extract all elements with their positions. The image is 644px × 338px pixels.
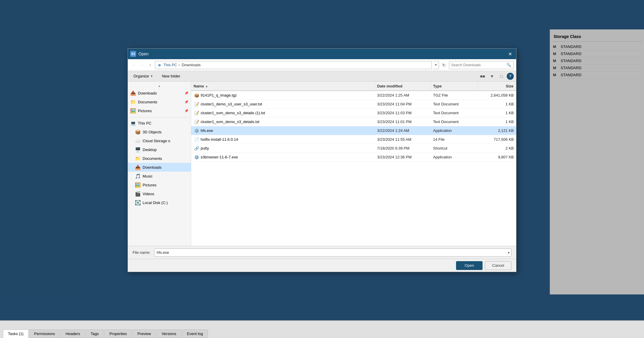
tab-headers[interactable]: Headers — [61, 329, 85, 338]
pin-icon: 📌 — [184, 91, 189, 95]
sidebar-item-pictures2[interactable]: 🖼️ Pictures — [128, 180, 191, 189]
sidebar-icon-music: 🎵 — [135, 173, 141, 179]
view-details-button[interactable]: ■■ — [478, 72, 487, 80]
sidebar-item-downloads-pinned[interactable]: 📥 Downloads 📌 — [128, 89, 191, 97]
tab-versions[interactable]: Versions — [157, 329, 181, 338]
back-button[interactable]: ← — [130, 62, 137, 69]
address-bar: ← → ↑ ► This PC > Downloads ▼ ↻ 🔍 — [128, 59, 516, 71]
sidebar-icon-pictures-pinned: 🖼️ — [130, 108, 136, 114]
sidebar-icon-downloads-pinned: 📥 — [130, 90, 136, 96]
file-name: hotfix-install-11.6.0.14 — [201, 137, 238, 142]
file-type-icon: 📝 — [194, 101, 199, 107]
sidebar-item-music[interactable]: 🎵 Music — [128, 172, 191, 180]
scroll-up-arrow[interactable]: ▲ — [128, 83, 191, 89]
cancel-button[interactable]: Cancel — [485, 261, 511, 270]
file-list-header: Name ▲ Date modified Type Size — [191, 82, 516, 91]
file-name: cluster1_demo_s3_user_s3_user.txt — [201, 102, 262, 106]
sidebar-item-downloads[interactable]: 📥 Downloads — [128, 163, 191, 172]
forward-button[interactable]: → — [138, 62, 146, 69]
file-type: Application — [431, 128, 478, 133]
file-type: Text Document — [431, 111, 478, 115]
open-dialog: S3 Open ✕ ← → ↑ ► This PC > Downloads ▼ … — [128, 48, 516, 272]
tab-tags[interactable]: Tags — [86, 329, 104, 338]
up-button[interactable]: ↑ — [147, 62, 154, 69]
sidebar-item-pictures-pinned[interactable]: 🖼️ Pictures 📌 — [128, 106, 191, 115]
file-type-icon: 📝 — [194, 119, 199, 125]
sidebar-label-desktop: Desktop — [143, 148, 189, 152]
preview-pane-button[interactable]: □ — [497, 72, 506, 80]
tab-preview[interactable]: Preview — [132, 329, 156, 338]
table-row[interactable]: 📄 hotfix-install-11.6.0.14 3/23/2024 11:… — [191, 135, 516, 144]
tab-properties[interactable]: Properties — [104, 329, 132, 338]
table-row[interactable]: 📝 cluster1_svm_demo_s3_details.txt 3/23/… — [191, 117, 516, 126]
file-size: 717,506 KB — [478, 137, 516, 142]
sidebar-icon-documents-pinned: 📁 — [130, 99, 136, 105]
file-date: 3/22/2024 1:25 AM — [375, 93, 431, 97]
view-dropdown-button[interactable]: ▼ — [488, 72, 496, 80]
table-row[interactable]: 📝 cluster1_demo_s3_user_s3_user.txt 3/23… — [191, 100, 516, 109]
sidebar-item-3d-objects[interactable]: 📦 3D Objects — [128, 127, 191, 136]
file-date: 7/18/2020 6:39 PM — [375, 146, 431, 150]
col-header-type[interactable]: Type — [431, 82, 478, 90]
sidebar-icon-cloud-storage: ☁️ — [135, 138, 141, 144]
file-type-icon: 📝 — [194, 110, 199, 116]
dialog-titlebar: S3 Open ✕ — [128, 49, 516, 59]
tab-tasks[interactable]: Tasks (1) — [3, 329, 29, 338]
col-header-date[interactable]: Date modified — [375, 82, 431, 90]
filename-input[interactable] — [154, 248, 511, 257]
dialog-icon: S3 — [130, 51, 136, 57]
breadcrumb-dropdown[interactable]: ▼ — [433, 61, 439, 69]
new-folder-label: New folder — [162, 74, 180, 78]
sidebar-label-pictures-pinned: Pictures — [138, 109, 182, 113]
table-row[interactable]: 📦 9141P1_q_image.tgz 3/22/2024 1:25 AM T… — [191, 91, 516, 100]
sidebar-item-documents-pinned[interactable]: 📁 Documents 📌 — [128, 97, 191, 106]
file-size: 9,807 KB — [478, 155, 516, 159]
file-date: 3/22/2024 1:24 AM — [375, 128, 431, 133]
table-row[interactable]: ⚙️ hfs.exe 3/22/2024 1:24 AM Application… — [191, 126, 516, 135]
tab-event-log[interactable]: Event log — [182, 329, 208, 338]
file-name-cell: 📝 cluster1_svm_demo_s3_details.txt — [191, 119, 375, 125]
refresh-button[interactable]: ↻ — [440, 61, 448, 69]
file-name: 9141P1_q_image.tgz — [201, 93, 237, 97]
open-button[interactable]: Open — [456, 261, 483, 270]
file-name-cell: 📦 9141P1_q_image.tgz — [191, 92, 375, 98]
table-row[interactable]: ⚙️ s3browser-11-6-7.exe 3/23/2024 12:36 … — [191, 153, 516, 162]
file-type-icon: 📦 — [194, 92, 199, 98]
col-header-size[interactable]: Size — [478, 82, 516, 90]
sidebar-item-desktop[interactable]: 🖥️ Desktop — [128, 145, 191, 154]
file-type-icon: 📄 — [194, 137, 199, 143]
sidebar-item-cloud-storage[interactable]: ☁️ Cloud Storage o — [128, 136, 191, 145]
sidebar-label-cloud-storage: Cloud Storage o — [143, 139, 189, 143]
filename-input-wrapper: ▼ — [154, 248, 511, 257]
sidebar-item-this-pc[interactable]: 💻 This PC — [128, 119, 191, 127]
search-box: 🔍 — [449, 61, 514, 69]
sidebar-item-local-disk[interactable]: 💽 Local Disk (C:) — [128, 198, 191, 207]
organize-arrow-icon: ▼ — [150, 74, 153, 78]
pin-icon: 📌 — [184, 109, 189, 113]
file-date: 3/23/2024 11:55 AM — [375, 137, 431, 142]
close-button[interactable]: ✕ — [506, 50, 514, 58]
file-name: putty — [201, 146, 209, 150]
breadcrumb-this-pc[interactable]: This PC — [164, 63, 177, 67]
file-size: 2,121 KB — [478, 128, 516, 133]
organize-button[interactable]: Organize ▼ — [130, 72, 156, 80]
sidebar-label-local-disk: Local Disk (C:) — [143, 201, 189, 205]
filename-dropdown-icon[interactable]: ▼ — [507, 251, 510, 254]
help-button[interactable]: ? — [507, 73, 514, 80]
organize-label: Organize — [133, 74, 149, 78]
new-folder-button[interactable]: New folder — [159, 72, 184, 80]
col-header-name[interactable]: Name ▲ — [191, 82, 375, 90]
file-type-icon: ⚙️ — [194, 154, 199, 160]
file-name-cell: 📄 hotfix-install-11.6.0.14 — [191, 137, 375, 143]
tab-permissions[interactable]: Permissions — [29, 329, 60, 338]
search-button[interactable]: 🔍 — [506, 62, 512, 68]
table-row[interactable]: 📝 cluster1_svm_demo_s3_details (1).txt 3… — [191, 109, 516, 117]
table-row[interactable]: 🔗 putty 7/18/2020 6:39 PM Shortcut 2 KB — [191, 144, 516, 153]
sidebar-item-documents2[interactable]: 📁 Documents — [128, 154, 191, 163]
sidebar-icon-3d-objects: 📦 — [135, 129, 141, 135]
sidebar-label-this-pc: This PC — [138, 121, 189, 125]
content-area: ▲ 📥 Downloads 📌 📁 Documents 📌 🖼️ Picture… — [128, 82, 516, 246]
sidebar-item-videos[interactable]: 🎬 Videos — [128, 189, 191, 198]
search-input[interactable] — [451, 63, 505, 67]
sidebar-icon-local-disk: 💽 — [135, 200, 141, 206]
